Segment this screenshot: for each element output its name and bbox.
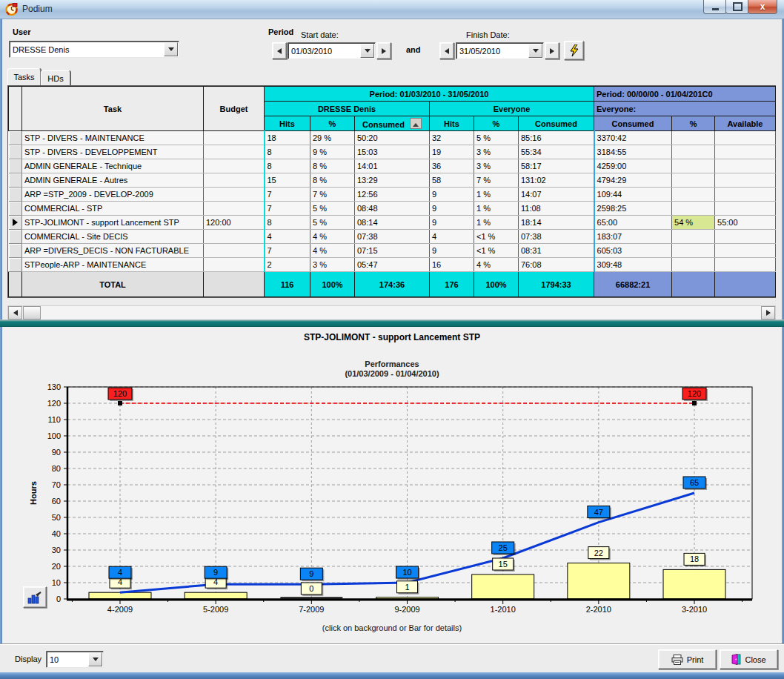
cell-value[interactable]: 2598:25	[594, 202, 672, 216]
cell-value[interactable]: 9	[430, 188, 474, 202]
cell-value[interactable]: 16	[430, 258, 474, 272]
cell-value[interactable]	[715, 188, 776, 202]
cell-value[interactable]: 4 %	[474, 258, 519, 272]
user-combobox-dropdown-button[interactable]	[164, 42, 178, 56]
print-button[interactable]: Print	[658, 649, 717, 669]
row-selector[interactable]	[9, 145, 22, 159]
start-date-combobox[interactable]: 01/03/2010	[288, 42, 376, 59]
cell-value[interactable]: 4 %	[310, 230, 355, 244]
cell-value[interactable]: 08:48	[355, 202, 430, 216]
tab-hds[interactable]: HDs	[41, 70, 70, 86]
cell-budget[interactable]	[204, 258, 265, 272]
cell-value[interactable]: 1 %	[474, 202, 519, 216]
cell-value[interactable]: 9	[430, 202, 474, 216]
cell-value[interactable]: 8 %	[310, 173, 355, 188]
cell-value[interactable]: 4794:29	[594, 173, 672, 188]
cell-value[interactable]: 1 %	[474, 188, 519, 202]
cell-value[interactable]: 08:14	[355, 216, 430, 230]
cell-task[interactable]: ADMIN GENERALE - Technique	[22, 159, 204, 173]
bar[interactable]	[185, 592, 247, 599]
cell-value[interactable]: <1 %	[474, 230, 519, 244]
cell-value[interactable]: 5 %	[310, 216, 355, 230]
row-selector[interactable]	[9, 258, 22, 272]
cell-value[interactable]	[715, 230, 776, 244]
title-bar[interactable]: Podium x	[0, 0, 784, 19]
cell-value[interactable]: 3 %	[310, 258, 355, 272]
cell-value[interactable]	[715, 244, 776, 258]
cell-value[interactable]: 15	[265, 173, 310, 188]
cell-value[interactable]: 32	[430, 131, 474, 145]
bar[interactable]	[89, 592, 151, 599]
cell-value[interactable]: 8	[265, 145, 310, 159]
cell-budget[interactable]	[204, 145, 265, 159]
cell-value[interactable]: 08:31	[519, 244, 594, 258]
cell-value[interactable]	[672, 202, 715, 216]
cell-value[interactable]: 8	[265, 216, 310, 230]
cell-task[interactable]: ARP =STP_2009 - DEVELOP-2009	[22, 188, 204, 202]
cell-value[interactable]: 7 %	[474, 173, 519, 188]
row-selector[interactable]	[9, 173, 22, 188]
cell-value[interactable]: 85:16	[519, 131, 594, 145]
cell-value[interactable]: 11:08	[519, 202, 594, 216]
table-row[interactable]: COMMERCIAL - Site DECIS44 %07:384<1 %07:…	[9, 230, 776, 244]
table-row[interactable]: ADMIN GENERALE - Autres158 %13:29587 %13…	[9, 173, 776, 188]
row-selector[interactable]	[9, 131, 22, 145]
cell-task[interactable]: ADMIN GENERALE - Autres	[22, 173, 204, 188]
table-row[interactable]: STPeople-ARP - MAINTENANCE23 %05:47164 %…	[9, 258, 776, 272]
horizontal-scrollbar[interactable]	[7, 305, 776, 320]
cell-value[interactable]: 4	[265, 230, 310, 244]
bar[interactable]	[472, 574, 534, 599]
column-header-consumed-total[interactable]: Consumed	[594, 116, 672, 131]
sort-button[interactable]	[410, 118, 422, 129]
display-dropdown-button[interactable]	[88, 652, 102, 666]
cell-value[interactable]	[715, 202, 776, 216]
cell-value[interactable]: 8	[265, 159, 310, 173]
cell-value[interactable]	[672, 244, 715, 258]
cell-value[interactable]: 14:01	[355, 159, 430, 173]
cell-budget[interactable]	[204, 188, 265, 202]
cell-value[interactable]: 7	[265, 188, 310, 202]
finish-date-combobox[interactable]: 31/05/2010	[456, 42, 544, 59]
cell-value[interactable]	[715, 159, 776, 173]
cell-budget[interactable]	[204, 244, 265, 258]
cell-value[interactable]: 3184:55	[594, 145, 672, 159]
finish-date-dropdown-button[interactable]	[528, 44, 542, 58]
cell-value[interactable]: 15:03	[355, 145, 430, 159]
cell-value[interactable]: 109:44	[594, 188, 672, 202]
row-selector[interactable]	[9, 159, 22, 173]
cell-value[interactable]: 131:02	[519, 173, 594, 188]
cell-value[interactable]	[715, 258, 776, 272]
close-button[interactable]: Close	[720, 649, 778, 669]
table-row[interactable]: ADMIN GENERALE - Technique88 %14:01363 %…	[9, 159, 776, 173]
cell-value[interactable]	[715, 145, 776, 159]
column-header-available[interactable]: Available	[715, 116, 776, 131]
cell-value[interactable]: 50:20	[355, 131, 430, 145]
cell-task[interactable]: STPeople-ARP - MAINTENANCE	[22, 258, 204, 272]
cell-value[interactable]: 3370:42	[594, 131, 672, 145]
cell-value[interactable]: 55:34	[519, 145, 594, 159]
cell-value[interactable]: 76:08	[519, 258, 594, 272]
cell-value[interactable]: 1 %	[474, 216, 519, 230]
cell-value[interactable]: 05:47	[355, 258, 430, 272]
bar[interactable]	[568, 563, 630, 599]
cell-value[interactable]: 4	[430, 230, 474, 244]
cell-value[interactable]: 7	[265, 244, 310, 258]
cell-value[interactable]	[672, 131, 715, 145]
cell-value[interactable]: 9	[430, 216, 474, 230]
cell-value[interactable]: 07:38	[355, 230, 430, 244]
cell-value[interactable]: 58:17	[519, 159, 594, 173]
table-row[interactable]: STP - DIVERS - DEVELOPPEMENT89 %15:03193…	[9, 145, 776, 159]
cell-value[interactable]	[672, 145, 715, 159]
close-window-button[interactable]: x	[748, 0, 777, 14]
cell-task[interactable]: COMMERCIAL - Site DECIS	[22, 230, 204, 244]
start-date-prev-button[interactable]	[272, 42, 287, 59]
cell-budget[interactable]: 120:00	[204, 216, 265, 230]
cell-value[interactable]: 5 %	[310, 202, 355, 216]
row-selector[interactable]	[9, 230, 22, 244]
cell-task[interactable]: STP - DIVERS - DEVELOPPEMENT	[22, 145, 204, 159]
chart-options-button[interactable]	[23, 586, 47, 608]
row-selector[interactable]	[9, 188, 22, 202]
cell-budget[interactable]	[204, 202, 265, 216]
cell-value[interactable]: 18	[265, 131, 310, 145]
display-combobox[interactable]: 10	[46, 651, 104, 668]
